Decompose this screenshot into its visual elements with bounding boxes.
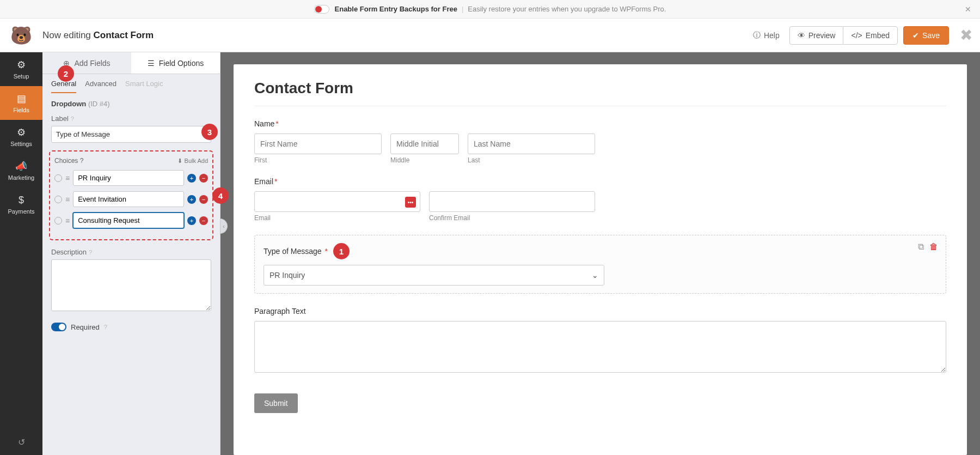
bulk-add-link[interactable]: ⬇Bulk Add — [177, 157, 208, 165]
help-icon[interactable]: ? — [71, 116, 74, 122]
preview-button[interactable]: 👁 Preview — [789, 26, 843, 45]
undo-icon[interactable]: ↺ — [0, 429, 42, 455]
options-icon: ☰ — [148, 59, 155, 68]
submit-button[interactable]: Submit — [254, 393, 298, 413]
help-icon[interactable]: ? — [80, 157, 84, 165]
delete-icon[interactable]: 🗑 — [929, 242, 938, 252]
choice-input[interactable] — [73, 191, 184, 207]
close-builder-icon[interactable]: ✖ — [960, 26, 972, 44]
wpforms-logo: 🐻 — [0, 19, 42, 52]
required-label: Required — [71, 323, 100, 331]
password-manager-icon[interactable]: ••• — [405, 197, 416, 208]
help-link[interactable]: ⓘ Help — [753, 31, 780, 40]
download-icon: ⬇ — [177, 157, 182, 165]
choice-input[interactable] — [73, 213, 184, 228]
email-sublabel: Email — [254, 214, 420, 222]
form-title: Contact Form — [254, 80, 946, 106]
choice-row: ≡ + − — [54, 170, 208, 186]
drag-handle-icon[interactable]: ≡ — [65, 196, 70, 203]
left-rail: ⚙Setup ▤Fields ⚙Settings 📣Marketing $Pay… — [0, 52, 42, 455]
rail-marketing[interactable]: 📣Marketing — [0, 154, 42, 187]
add-choice-icon[interactable]: + — [187, 174, 196, 183]
rail-payments[interactable]: $Payments — [0, 187, 42, 221]
duplicate-icon[interactable]: ⧉ — [918, 242, 924, 252]
annotation-3: 3 — [201, 124, 218, 140]
subtab-advanced[interactable]: Advanced — [85, 80, 117, 93]
annotation-4: 4 — [212, 187, 229, 204]
chevron-down-icon: ⌄ — [592, 271, 598, 280]
drag-handle-icon[interactable]: ≡ — [65, 217, 70, 225]
name-field-label: Name* — [254, 119, 946, 128]
confirm-email-input[interactable] — [429, 191, 595, 212]
last-sublabel: Last — [468, 156, 595, 164]
first-sublabel: First — [254, 156, 382, 164]
label-input[interactable] — [51, 126, 211, 143]
megaphone-icon: 📣 — [15, 160, 27, 172]
help-icon[interactable]: ? — [104, 324, 107, 330]
choice-radio[interactable] — [54, 196, 62, 203]
email-input[interactable] — [254, 191, 420, 212]
choice-row: ≡ + − — [54, 191, 208, 207]
paragraph-textarea[interactable] — [254, 321, 946, 373]
dropdown-select[interactable]: PR Inquiry ⌄ — [264, 265, 604, 286]
help-icon: ⓘ — [753, 31, 761, 40]
sliders-icon: ⚙ — [17, 126, 26, 138]
dollar-icon: $ — [19, 195, 24, 206]
list-icon: ▤ — [17, 93, 26, 105]
first-name-input[interactable] — [254, 134, 382, 154]
eye-icon: 👁 — [798, 31, 805, 40]
choice-radio[interactable] — [54, 174, 62, 182]
remove-choice-icon[interactable]: − — [199, 195, 208, 204]
paragraph-label: Paragraph Text — [254, 307, 946, 316]
gear-icon: ⚙ — [17, 59, 26, 71]
middle-initial-input[interactable] — [390, 134, 459, 154]
rail-setup[interactable]: ⚙Setup — [0, 52, 42, 86]
last-name-input[interactable] — [468, 134, 595, 154]
description-caption: Description? — [51, 248, 211, 256]
promo-banner: Enable Form Entry Backups for Free | Eas… — [0, 0, 980, 19]
form-canvas: Contact Form Name* First Middle Last — [220, 52, 980, 455]
choice-row: ≡ + − — [54, 213, 208, 228]
banner-light: Easily restore your entries when you upg… — [468, 5, 666, 13]
embed-button[interactable]: </> Embed — [843, 26, 898, 45]
code-icon: </> — [851, 31, 862, 40]
field-type-heading: Dropdown (ID #4) — [51, 100, 211, 108]
save-button[interactable]: ✔ Save — [903, 26, 949, 45]
description-textarea[interactable] — [51, 259, 211, 311]
help-icon[interactable]: ? — [89, 249, 92, 256]
tab-add-fields[interactable]: ⊕Add Fields — [42, 52, 131, 74]
check-icon: ✔ — [912, 31, 919, 40]
add-choice-icon[interactable]: + — [187, 216, 196, 225]
rail-settings[interactable]: ⚙Settings — [0, 120, 42, 154]
tab-field-options[interactable]: ☰Field Options — [131, 52, 220, 74]
choice-radio[interactable] — [54, 217, 62, 225]
required-toggle[interactable] — [51, 323, 66, 331]
confirm-email-sublabel: Confirm Email — [429, 214, 595, 222]
annotation-2: 2 — [58, 65, 74, 82]
remove-choice-icon[interactable]: − — [199, 216, 208, 225]
subtab-general[interactable]: General — [51, 80, 76, 93]
annotation-1: 1 — [333, 243, 350, 259]
add-choice-icon[interactable]: + — [187, 195, 196, 204]
dropdown-field-block[interactable]: ⧉ 🗑 Type of Message * 1 PR Inquiry ⌄ — [254, 235, 946, 294]
dropdown-label: Type of Message * — [264, 247, 328, 256]
email-field-label: Email* — [254, 177, 946, 186]
header-bar: 🐻 Now editing Contact Form ⓘ Help 👁 Prev… — [0, 19, 980, 52]
banner-close-icon[interactable]: ✕ — [965, 5, 971, 14]
choices-section: Choices ? ⬇Bulk Add ≡ + − ≡ + − — [49, 150, 213, 240]
field-panel: ⊕Add Fields ☰Field Options General Advan… — [42, 52, 220, 455]
rail-fields[interactable]: ▤Fields — [0, 86, 42, 120]
label-caption: Label? — [51, 114, 211, 123]
subtab-smart-logic[interactable]: Smart Logic — [125, 80, 163, 93]
choice-input[interactable] — [73, 170, 184, 186]
banner-bold: Enable Form Entry Backups for Free — [335, 5, 457, 13]
drag-handle-icon[interactable]: ≡ — [65, 174, 70, 182]
remove-choice-icon[interactable]: − — [199, 174, 208, 183]
page-title: Now editing Contact Form — [42, 30, 154, 41]
choices-label: Choices ? — [54, 157, 83, 165]
middle-sublabel: Middle — [390, 156, 459, 164]
banner-toggle[interactable] — [314, 5, 329, 14]
